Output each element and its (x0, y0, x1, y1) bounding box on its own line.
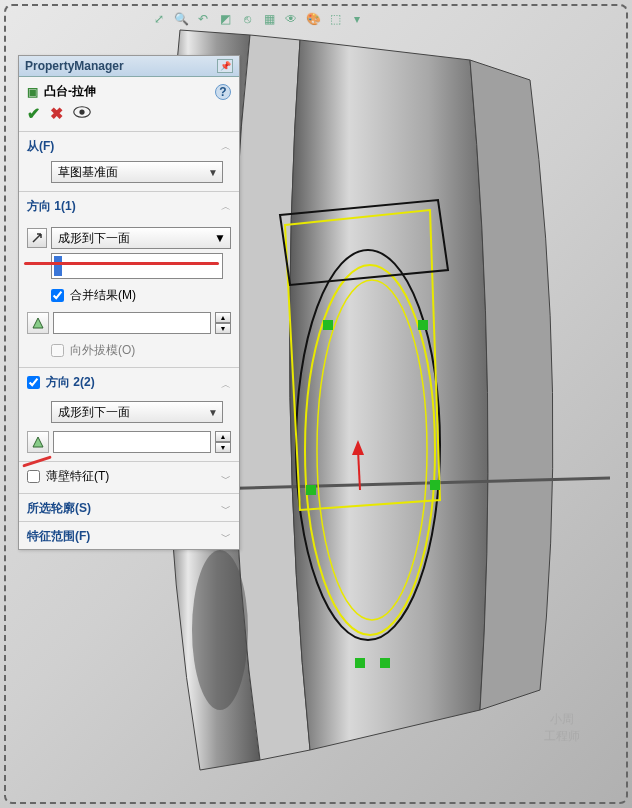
section-thin-header[interactable]: 薄壁特征(T) ﹀ (19, 462, 239, 493)
dir1-end-condition-combo[interactable]: 成形到下一面 ▼ (51, 227, 231, 249)
chevron-down-icon: ﹀ (221, 502, 231, 516)
feature-name: 凸台-拉伸 (44, 83, 96, 100)
view-orient-icon[interactable]: ⎋ (238, 10, 256, 28)
annotation-redline (24, 262, 219, 265)
feature-title-row: ▣ 凸台-拉伸 ? (19, 77, 239, 102)
section-from: 从(F) ︿ 草图基准面 ▼ (19, 132, 239, 192)
section-direction2: 方向 2(2) ︿ 成形到下一面 ▼ ▲▼ (19, 368, 239, 462)
svg-rect-6 (418, 320, 428, 330)
svg-point-0 (192, 550, 248, 710)
svg-rect-5 (323, 320, 333, 330)
dir2-end-condition-combo[interactable]: 成形到下一面 ▼ (51, 401, 223, 423)
thin-feature-checkbox[interactable] (27, 470, 40, 483)
reverse-direction-button[interactable] (27, 228, 47, 248)
draft-icon[interactable] (27, 312, 49, 334)
dir1-end-value: 成形到下一面 (58, 230, 130, 247)
help-icon[interactable]: ? (215, 84, 231, 100)
section-dir2-header[interactable]: 方向 2(2) ︿ (19, 368, 239, 399)
dir2-draft-field[interactable] (53, 431, 211, 453)
section-contours: 所选轮廓(S) ﹀ (19, 494, 239, 522)
svg-rect-8 (430, 480, 440, 490)
prev-view-icon[interactable]: ↶ (194, 10, 212, 28)
chevron-down-icon: ﹀ (221, 472, 231, 486)
chevron-down-icon: ▼ (208, 167, 218, 178)
heads-up-toolbar: ⤢ 🔍 ↶ ◩ ⎋ ▦ 👁 🎨 ⬚ ▾ (150, 10, 366, 28)
dir2-end-value: 成形到下一面 (58, 404, 130, 421)
cancel-button[interactable]: ✖ (50, 104, 63, 123)
pm-title: PropertyManager (25, 59, 124, 73)
detailed-preview-icon[interactable] (73, 106, 91, 121)
chevron-up-icon: ︿ (221, 378, 231, 392)
pm-header: PropertyManager 📌 (19, 56, 239, 77)
zoom-fit-icon[interactable]: ⤢ (150, 10, 168, 28)
dir2-draft-icon[interactable] (27, 431, 49, 453)
draft-outward-checkbox (51, 344, 64, 357)
thin-label: 薄壁特征(T) (46, 468, 109, 485)
property-manager-panel: PropertyManager 📌 ▣ 凸台-拉伸 ? ✔ ✖ 从(F) ︿ 草… (18, 55, 240, 550)
appearance-icon[interactable]: 🎨 (304, 10, 322, 28)
svg-rect-10 (380, 658, 390, 668)
pushpin-icon[interactable]: 📌 (217, 59, 233, 73)
merge-result-label: 合并结果(M) (70, 287, 136, 304)
view-settings-icon[interactable]: ▾ (348, 10, 366, 28)
action-bar: ✔ ✖ (19, 102, 239, 132)
draft-angle-field[interactable] (53, 312, 211, 334)
section-scope: 特征范围(F) ﹀ (19, 522, 239, 549)
from-label: 从(F) (27, 138, 54, 155)
svg-rect-7 (306, 485, 316, 495)
section-from-header[interactable]: 从(F) ︿ (19, 132, 239, 159)
from-value: 草图基准面 (58, 164, 118, 181)
chevron-down-icon: ▼ (208, 407, 218, 418)
dir2-draft-spinner[interactable]: ▲▼ (215, 431, 231, 453)
dir1-label: 方向 1(1) (27, 198, 76, 215)
section-dir1-header[interactable]: 方向 1(1) ︿ (19, 192, 239, 219)
chevron-up-icon: ︿ (221, 200, 231, 214)
section-direction1: 方向 1(1) ︿ 成形到下一面 ▼ 合并结果(M) (19, 192, 239, 368)
svg-rect-9 (355, 658, 365, 668)
section-contours-header[interactable]: 所选轮廓(S) ﹀ (19, 494, 239, 521)
section-scope-header[interactable]: 特征范围(F) ﹀ (19, 522, 239, 549)
dir2-enable-checkbox[interactable] (27, 376, 40, 389)
dir1-selection-box[interactable] (51, 253, 223, 279)
dir2-label: 方向 2(2) (46, 374, 95, 391)
section-view-icon[interactable]: ◩ (216, 10, 234, 28)
chevron-down-icon: ﹀ (221, 530, 231, 544)
ok-button[interactable]: ✔ (27, 104, 40, 123)
draft-outward-label: 向外拔模(O) (70, 342, 135, 359)
from-combo[interactable]: 草图基准面 ▼ (51, 161, 223, 183)
display-style-icon[interactable]: ▦ (260, 10, 278, 28)
svg-point-14 (79, 109, 84, 114)
extrude-icon: ▣ (27, 85, 38, 99)
draft-spinner[interactable]: ▲▼ (215, 312, 231, 334)
merge-result-checkbox[interactable] (51, 289, 64, 302)
watermark: 小周 工程师 (517, 683, 607, 773)
chevron-down-icon: ▼ (214, 231, 226, 245)
scene-icon[interactable]: ⬚ (326, 10, 344, 28)
section-thin: 薄壁特征(T) ﹀ (19, 462, 239, 494)
contours-label: 所选轮廓(S) (27, 500, 91, 517)
hide-show-icon[interactable]: 👁 (282, 10, 300, 28)
scope-label: 特征范围(F) (27, 528, 90, 545)
chevron-up-icon: ︿ (221, 140, 231, 154)
zoom-area-icon[interactable]: 🔍 (172, 10, 190, 28)
